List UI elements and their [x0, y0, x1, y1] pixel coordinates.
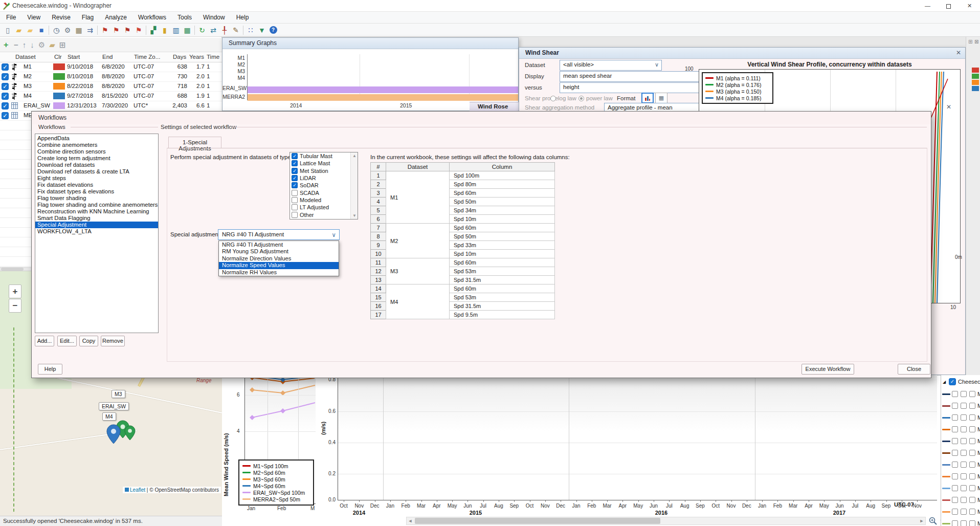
- special-adjustment-dropdown[interactable]: NRG #40 TI AdjustmentRM Young SD Adjustm…: [218, 240, 339, 276]
- flag-icon-4[interactable]: ⚑: [133, 25, 144, 35]
- menu-help[interactable]: Help: [236, 14, 249, 21]
- table-icon[interactable]: ▦: [182, 25, 193, 35]
- format-table-button[interactable]: ▦: [655, 93, 667, 103]
- tab-special-adjustments[interactable]: 1-Special Adjustments: [168, 137, 221, 148]
- series-checkbox[interactable]: [961, 485, 967, 491]
- series-checkbox[interactable]: [961, 414, 967, 421]
- dataset-folder-icon[interactable]: ▰: [49, 40, 55, 50]
- series-checkbox[interactable]: [952, 391, 958, 397]
- workflow-list[interactable]: AppendDataCombine anemometersCombine dir…: [35, 134, 159, 333]
- dataset-checkbox[interactable]: ✓: [2, 83, 9, 90]
- workflows-dialog-titlebar[interactable]: Workflows: [32, 112, 931, 124]
- series-checkbox[interactable]: [969, 426, 975, 432]
- checked-checkbox[interactable]: ✓: [292, 175, 298, 181]
- series-checkbox[interactable]: [969, 485, 975, 491]
- gear-icon[interactable]: ⚙: [62, 25, 73, 35]
- legend-row[interactable]: M: [941, 447, 980, 459]
- special-adjustment-combo[interactable]: NRG #40 TI Adjustment∨: [218, 229, 340, 240]
- type-checkbox-lt-adjusted[interactable]: LT Adjusted: [290, 204, 358, 211]
- legend-row[interactable]: M: [941, 424, 980, 435]
- map-zoom-in-button[interactable]: +: [9, 284, 21, 298]
- wind-shear-titlebar[interactable]: Wind Shear: [519, 48, 965, 59]
- type-checkbox-sodar[interactable]: ✓SoDAR: [290, 182, 358, 189]
- workflow-item[interactable]: Smart Data Flagging: [35, 215, 158, 222]
- folder-icon[interactable]: ▰: [25, 25, 36, 35]
- dataset-row-m4[interactable]: ✓M49/27/20188/15/2020UTC-076881.91: [0, 92, 222, 101]
- legend-row[interactable]: M: [941, 471, 980, 483]
- flag-icon-2[interactable]: ⚑: [110, 25, 122, 35]
- series-checkbox[interactable]: [952, 414, 958, 421]
- scrollbar-thumb[interactable]: [415, 518, 660, 524]
- mdi-close-icon[interactable]: ⊠: [974, 39, 978, 45]
- dataset-row-m3[interactable]: ✓M38/22/20188/8/2020UTC-077182.01: [0, 82, 222, 92]
- menu-window[interactable]: Window: [203, 14, 225, 21]
- type-checkbox-scada[interactable]: SCADA: [290, 189, 358, 196]
- log-law-radio[interactable]: [550, 96, 556, 101]
- color-swatch[interactable]: [53, 63, 65, 70]
- dropdown-option[interactable]: RM Young SD Adjustment: [219, 248, 339, 255]
- series-checkbox[interactable]: [969, 403, 975, 409]
- legend-row[interactable]: M: [941, 494, 980, 506]
- series-checkbox[interactable]: [952, 403, 958, 409]
- series-checkbox[interactable]: [961, 391, 967, 397]
- summary-graphs-titlebar[interactable]: Summary Graphs: [222, 38, 518, 49]
- map-marker-label-m4[interactable]: M4: [102, 412, 116, 421]
- format-chart-button[interactable]: [641, 93, 654, 103]
- checklist-scrollbar[interactable]: ▲▼: [350, 152, 358, 219]
- root-checkbox[interactable]: ✓: [949, 378, 956, 385]
- workflow-item[interactable]: WORKFLOW_4_LTA: [35, 228, 158, 235]
- checked-checkbox[interactable]: ✓: [292, 153, 298, 159]
- series-checkbox[interactable]: [961, 450, 967, 456]
- mdi-restore-icon[interactable]: ⊞: [968, 39, 972, 45]
- color-swatch[interactable]: [53, 93, 65, 99]
- dataset-type-checklist[interactable]: ▲▼ ✓Tubular Mast✓Lattice Mast✓Met Statio…: [289, 152, 358, 220]
- dataset-checkbox[interactable]: ✓: [2, 73, 9, 80]
- series-checkbox[interactable]: [952, 473, 958, 479]
- collapse-icon[interactable]: ◢: [943, 380, 946, 384]
- column-header-days[interactable]: Days: [173, 54, 186, 60]
- column-header-tz[interactable]: Time Zo...: [134, 54, 160, 60]
- workflow-item[interactable]: Special Adjustment: [35, 222, 158, 228]
- color-swatch[interactable]: [53, 83, 65, 90]
- unchecked-checkbox[interactable]: [292, 204, 298, 210]
- workflow-item[interactable]: Combine direction sensors: [35, 148, 158, 155]
- series-checkbox[interactable]: [952, 509, 958, 515]
- workflow-item[interactable]: Fix dataset elevations: [35, 182, 158, 188]
- edit-workflow-button[interactable]: Edit...: [57, 336, 77, 346]
- timeseries-chart-icon[interactable]: ▞: [148, 25, 159, 35]
- menu-tools[interactable]: Tools: [177, 14, 192, 21]
- column-header-dataset[interactable]: Dataset: [15, 54, 36, 60]
- close-dialog-button[interactable]: Close: [898, 364, 930, 375]
- dataset-checkbox[interactable]: ✓: [2, 93, 9, 100]
- refresh-icon[interactable]: ↻: [196, 25, 208, 35]
- series-checkbox[interactable]: [952, 462, 958, 468]
- goto-arrows-icon[interactable]: ⇉: [84, 25, 96, 35]
- workflow-item[interactable]: Flag tower shading: [35, 195, 158, 202]
- checked-checkbox[interactable]: ✓: [292, 168, 298, 174]
- dropdown-option[interactable]: Normalize Speed Values: [219, 262, 339, 269]
- dropdown-option[interactable]: Normalize RH Values: [219, 269, 339, 276]
- column-header-years[interactable]: Years: [189, 54, 204, 60]
- move-down-icon[interactable]: ↓: [30, 40, 34, 49]
- unchecked-checkbox[interactable]: [292, 212, 298, 218]
- column-header-start[interactable]: Start: [68, 54, 80, 60]
- series-checkbox[interactable]: [952, 485, 958, 491]
- legend-row[interactable]: M: [941, 400, 980, 412]
- wind-rose-window-fragment[interactable]: Wind Rose: [470, 102, 519, 111]
- legend-row[interactable]: M: [941, 435, 980, 447]
- column-header-time[interactable]: Time: [207, 54, 219, 60]
- color-swatch[interactable]: [53, 102, 65, 109]
- dataset-checkbox[interactable]: ✓: [2, 102, 9, 109]
- clock-icon[interactable]: ◷: [51, 25, 62, 35]
- execute-workflow-button[interactable]: Execute Workflow: [801, 364, 854, 375]
- series-checkbox[interactable]: [952, 438, 958, 444]
- dataset-row-erai_sw[interactable]: ✓ERAI_SW12/31/20137/30/2020UTC*2,4036.61: [0, 101, 222, 111]
- dropdown-option[interactable]: NRG #40 TI Adjustment: [219, 242, 339, 248]
- map-zoom-out-button[interactable]: −: [9, 299, 21, 313]
- map-marker-label-erai[interactable]: ERAI_SW: [99, 402, 129, 410]
- database-icon[interactable]: ▮: [159, 25, 170, 35]
- workflow-item[interactable]: Create long term adjustment: [35, 155, 158, 162]
- edit-icon[interactable]: ✎: [230, 25, 241, 35]
- series-checkbox[interactable]: [969, 438, 975, 444]
- add-workflow-button[interactable]: Add...: [35, 336, 54, 346]
